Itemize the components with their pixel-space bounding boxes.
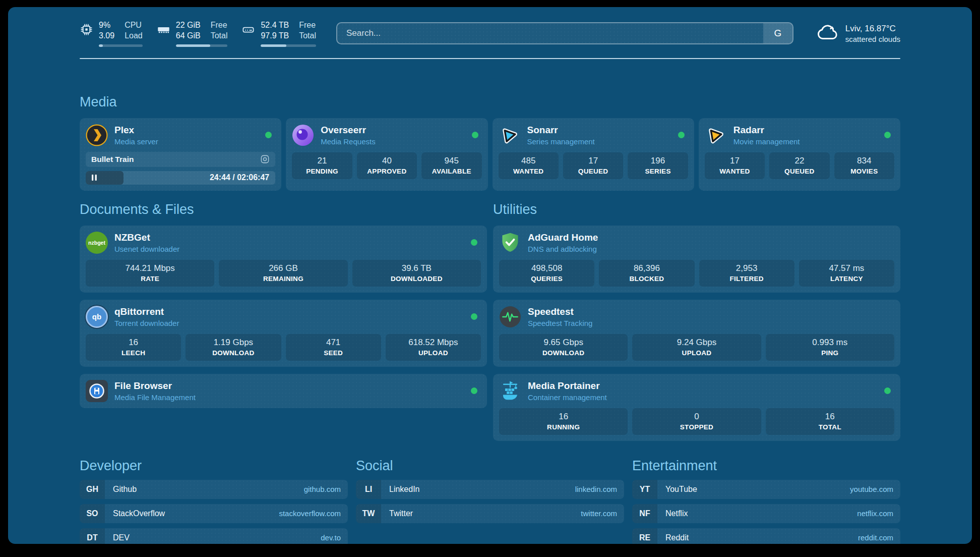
app-card-filebrowser[interactable]: File Browser Media File Management [80, 374, 487, 408]
status-online-dot [471, 239, 477, 246]
stat-download: 9.65 Gbps DOWNLOAD [499, 334, 628, 361]
bookmark-abbr: DT [80, 528, 105, 544]
app-name: File Browser [114, 380, 196, 392]
stat-stopped: 0 STOPPED [632, 408, 761, 435]
bookmark-name: Netflix [657, 504, 688, 523]
speedtest-icon [499, 306, 521, 328]
media-options-icon[interactable] [260, 154, 270, 164]
disk-total-value: 97.9 TB [261, 31, 289, 41]
bookmark-reddit[interactable]: RE Reddit reddit.com [632, 528, 900, 544]
app-card-portainer[interactable]: Media Portainer Container management 16 … [493, 374, 900, 441]
app-card-nzbget[interactable]: nzbget NZBGet Usenet downloader 744.21 M… [80, 226, 487, 293]
memory-stat-widget: 22 GiB 64 GiB Free Total [157, 20, 228, 47]
bookmark-url: dev.to [321, 528, 348, 544]
pause-button[interactable] [91, 175, 97, 181]
bookmark-url: youtube.com [850, 480, 900, 499]
app-name: Media Portainer [528, 380, 607, 392]
bookmark-url: netflix.com [857, 504, 900, 523]
stat-remaining: 266 GB REMAINING [219, 260, 347, 287]
bookmark-abbr: NF [632, 504, 657, 523]
bookmark-url: reddit.com [858, 528, 900, 544]
bookmarks-entertainment: Entertainment YT YouTube youtube.com NF … [632, 458, 900, 544]
search-input[interactable] [337, 28, 763, 38]
stat-available: 945 AVAILABLE [421, 152, 481, 179]
stat-approved: 40 APPROVED [357, 152, 417, 179]
section-title-entertainment: Entertainment [632, 458, 900, 474]
disk-stat-widget: 52.4 TB 97.9 TB Free Total [241, 20, 316, 47]
stat-queries: 498,508 QUERIES [499, 260, 594, 287]
cpu-load-value: 3.09 [99, 31, 114, 41]
stat-leech: 16 LEECH [86, 334, 181, 361]
search-bar[interactable]: G [336, 22, 793, 44]
bookmark-youtube[interactable]: YT YouTube youtube.com [632, 480, 900, 499]
weather-condition: scattered clouds [845, 35, 900, 43]
app-card-radarr[interactable]: Radarr Movie management 17 WANTED 22 QUE… [699, 118, 900, 191]
stat-movies: 834 MOVIES [834, 152, 894, 179]
app-subtitle: Media File Management [114, 393, 196, 402]
stat-series: 196 SERIES [628, 152, 688, 179]
topbar-divider [80, 58, 900, 59]
app-name: Radarr [733, 125, 800, 136]
bookmark-linkedin[interactable]: LI LinkedIn linkedin.com [356, 480, 624, 499]
stat-wanted: 17 WANTED [705, 152, 765, 179]
app-subtitle: Speedtest Tracking [528, 319, 592, 327]
disk-free-label: Free [299, 20, 316, 31]
memory-icon [157, 23, 170, 47]
bookmark-github[interactable]: GH Github github.com [80, 480, 348, 499]
stat-queued: 17 QUEUED [563, 152, 623, 179]
stat-queued: 22 QUEUED [769, 152, 829, 179]
sonarr-icon [499, 124, 521, 146]
bookmarks-social: Social LI LinkedIn linkedin.com TW Twitt… [356, 458, 624, 544]
bookmark-url: linkedin.com [575, 480, 624, 499]
stat-wanted: 485 WANTED [499, 152, 559, 179]
status-online-dot [472, 132, 478, 138]
adguard-icon [499, 232, 521, 254]
memory-free-label: Free [211, 20, 228, 31]
stat-ping: 0.993 ms PING [766, 334, 894, 361]
bookmark-stackoverflow[interactable]: SO StackOverflow stackoverflow.com [80, 504, 348, 523]
bookmark-abbr: YT [632, 480, 657, 499]
bookmark-abbr: RE [632, 528, 657, 544]
stat-pending: 21 PENDING [292, 152, 352, 179]
status-online-dot [678, 132, 685, 138]
top-bar: 9% 3.09 CPU Load [80, 7, 900, 47]
app-subtitle: Media server [114, 137, 158, 146]
status-online-dot [884, 387, 891, 394]
app-card-qbittorrent[interactable]: qb qBittorrent Torrent downloader 16 LEE… [80, 300, 487, 367]
app-name: qBittorrent [114, 306, 179, 317]
status-online-dot [471, 387, 477, 394]
app-subtitle: Usenet downloader [114, 245, 179, 253]
stat-latency: 47.57 ms LATENCY [799, 260, 894, 287]
app-subtitle: Media Requests [321, 137, 375, 146]
cpu-usage-label: CPU [125, 20, 143, 31]
cpu-icon [80, 23, 93, 47]
app-subtitle: Torrent downloader [114, 319, 179, 327]
app-card-sonarr[interactable]: Sonarr Series management 485 WANTED 17 Q… [493, 118, 694, 191]
cpu-load-label: Load [125, 31, 143, 41]
bookmark-abbr: SO [80, 504, 105, 523]
section-title-utilities: Utilities [493, 202, 900, 217]
stat-upload: 618.52 Mbps UPLOAD [386, 334, 481, 361]
plex-icon [86, 124, 108, 146]
app-name: AdGuard Home [528, 232, 598, 243]
bookmarks-developer: Developer GH Github github.com SO StackO… [80, 458, 348, 544]
bookmark-dev[interactable]: DT DEV dev.to [80, 528, 348, 544]
memory-total-label: Total [211, 31, 228, 41]
stat-upload: 9.24 Gbps UPLOAD [632, 334, 761, 361]
search-engine-button[interactable]: G [763, 23, 792, 43]
app-name: Speedtest [528, 306, 592, 317]
now-playing-row: Bullet Train [86, 152, 275, 167]
stat-rate: 744.21 Mbps RATE [86, 260, 214, 287]
bookmark-name: YouTube [657, 480, 697, 499]
app-card-overseerr[interactable]: Overseerr Media Requests 21 PENDING 40 A… [286, 118, 487, 191]
bookmark-twitter[interactable]: TW Twitter twitter.com [356, 504, 624, 523]
radarr-icon [705, 124, 727, 146]
app-card-adguard[interactable]: AdGuard Home DNS and adblocking 498,508 … [493, 226, 900, 293]
filebrowser-icon [86, 380, 108, 402]
app-card-speedtest[interactable]: Speedtest Speedtest Tracking 9.65 Gbps D… [493, 300, 900, 367]
bookmark-netflix[interactable]: NF Netflix netflix.com [632, 504, 900, 523]
playback-progress-bar[interactable]: 24:44 / 02:06:47 [86, 171, 275, 185]
section-title-documents: Documents & Files [80, 202, 487, 217]
app-card-plex[interactable]: Plex Media server Bullet Train [80, 118, 281, 191]
bookmark-abbr: TW [356, 504, 381, 523]
